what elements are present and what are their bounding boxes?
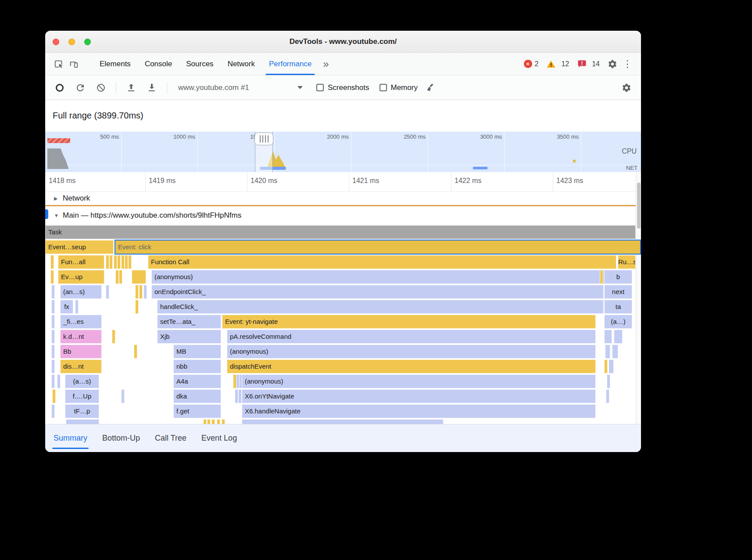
flame-sliver[interactable] bbox=[203, 419, 207, 424]
flame-bar[interactable]: handleClick_ bbox=[157, 300, 604, 314]
flame-sliver[interactable] bbox=[135, 300, 139, 314]
flame-sliver[interactable] bbox=[66, 419, 99, 424]
flame-sliver[interactable] bbox=[52, 389, 56, 403]
flame-sliver[interactable] bbox=[135, 285, 139, 299]
flame-bar[interactable]: Event…seup bbox=[45, 240, 114, 254]
capture-settings-gear-icon[interactable] bbox=[619, 80, 634, 95]
more-tabs-icon[interactable]: » bbox=[319, 54, 333, 75]
flame-sliver[interactable] bbox=[106, 285, 109, 299]
flame-bar[interactable]: ta bbox=[604, 300, 632, 314]
flame-bar[interactable]: X6.handleNavigate bbox=[242, 404, 596, 418]
issue-count[interactable]: 14 bbox=[592, 60, 600, 68]
flame-bar[interactable]: dispatchEvent bbox=[227, 359, 596, 373]
kebab-menu-icon[interactable]: ⋮ bbox=[620, 57, 635, 72]
flame-sliver[interactable] bbox=[217, 419, 220, 424]
flame-sliver[interactable] bbox=[128, 255, 132, 269]
flame-sliver[interactable] bbox=[50, 255, 54, 269]
flame-sliver[interactable] bbox=[117, 255, 121, 269]
flame-sliver[interactable] bbox=[609, 359, 614, 373]
inspect-element-icon[interactable] bbox=[51, 57, 66, 72]
flame-sliver[interactable] bbox=[604, 330, 612, 344]
error-icon[interactable]: × bbox=[524, 60, 532, 68]
error-count[interactable]: 2 bbox=[535, 60, 539, 68]
flame-sliver[interactable] bbox=[132, 270, 146, 284]
timeline-overview[interactable]: 500 ms1000 ms1500 ms2000 ms2500 ms3000 m… bbox=[45, 132, 641, 172]
flame-sliver[interactable] bbox=[242, 419, 444, 424]
settings-gear-icon[interactable] bbox=[605, 57, 620, 72]
flame-bar[interactable]: (a…) bbox=[604, 315, 632, 329]
reload-and-record-button[interactable] bbox=[73, 80, 88, 95]
flame-sliver[interactable] bbox=[606, 389, 609, 403]
flame-bar[interactable]: onEndpointClick_ bbox=[151, 285, 604, 299]
flame-bar[interactable]: dka bbox=[173, 389, 221, 403]
flame-bar[interactable]: _fi…es bbox=[60, 315, 102, 329]
flame-bar[interactable]: fx bbox=[60, 300, 73, 314]
clear-recording-button[interactable] bbox=[93, 80, 108, 95]
tab-elements[interactable]: Elements bbox=[93, 53, 138, 75]
tab-performance[interactable]: Performance bbox=[262, 53, 319, 75]
flame-sliver[interactable] bbox=[121, 389, 125, 403]
flame-bar[interactable]: Ru…s bbox=[618, 255, 636, 269]
flame-bar[interactable]: X6.onYtNavigate bbox=[242, 389, 596, 403]
flame-sliver[interactable] bbox=[51, 315, 55, 329]
flame-sliver[interactable] bbox=[604, 359, 608, 373]
memory-checkbox[interactable]: Memory bbox=[380, 83, 418, 92]
flame-sliver[interactable] bbox=[51, 300, 55, 314]
flame-sliver[interactable] bbox=[125, 255, 128, 269]
flame-sliver[interactable] bbox=[605, 345, 610, 359]
overview-selection-handle[interactable] bbox=[254, 133, 273, 145]
checkbox-box[interactable] bbox=[316, 84, 324, 91]
flame-bar[interactable]: Task bbox=[45, 225, 636, 239]
flame-bar[interactable]: (anonymous) bbox=[242, 374, 596, 388]
flame-sliver[interactable] bbox=[51, 345, 55, 359]
maximize-button[interactable] bbox=[84, 39, 91, 45]
main-track-header[interactable]: ▼ Main — https://www.youtube.com/shorts/… bbox=[45, 206, 641, 225]
warning-count[interactable]: 12 bbox=[561, 60, 569, 68]
flame-bar[interactable]: Xjb bbox=[157, 330, 221, 344]
flame-sliver[interactable] bbox=[75, 300, 79, 314]
flame-sliver[interactable] bbox=[57, 374, 61, 388]
tab-network[interactable]: Network bbox=[221, 53, 262, 75]
checkbox-box[interactable] bbox=[380, 84, 387, 91]
flame-sliver[interactable] bbox=[50, 270, 54, 284]
flame-bar[interactable]: (an…s) bbox=[60, 285, 102, 299]
flame-sliver[interactable] bbox=[106, 255, 109, 269]
flame-sliver[interactable] bbox=[112, 330, 115, 344]
titlebar[interactable]: DevTools - www.youtube.com/ bbox=[45, 31, 641, 53]
flame-sliver[interactable] bbox=[222, 419, 225, 424]
save-profile-icon[interactable] bbox=[144, 80, 159, 95]
flame-bar[interactable]: dis…nt bbox=[60, 359, 102, 373]
record-button[interactable] bbox=[52, 80, 67, 95]
device-toolbar-icon[interactable] bbox=[66, 57, 81, 72]
flame-bar[interactable]: (a…s) bbox=[65, 374, 99, 388]
flame-bar[interactable]: (anonymous) bbox=[151, 270, 616, 284]
flame-bar[interactable]: tF…p bbox=[65, 404, 99, 418]
flame-bar[interactable]: f.…Up bbox=[65, 389, 99, 403]
flame-bar[interactable]: A4a bbox=[173, 374, 221, 388]
flame-sliver[interactable] bbox=[134, 345, 137, 359]
flame-sliver[interactable] bbox=[115, 270, 119, 284]
flame-sliver[interactable] bbox=[235, 389, 238, 403]
flame-sliver[interactable] bbox=[207, 419, 211, 424]
history-dropdown[interactable]: www.youtube.com #1 bbox=[175, 83, 306, 92]
minimize-button[interactable] bbox=[68, 39, 75, 45]
flame-sliver[interactable] bbox=[143, 285, 147, 299]
tab-sources[interactable]: Sources bbox=[179, 53, 220, 75]
vertical-scrollbar[interactable] bbox=[636, 172, 641, 424]
flame-sliver[interactable] bbox=[51, 374, 55, 388]
flame-bar[interactable]: pA.resolveCommand bbox=[227, 330, 596, 344]
flame-bar[interactable]: Event: click bbox=[115, 240, 641, 255]
details-tab-summary[interactable]: Summary bbox=[46, 424, 95, 452]
flame-sliver[interactable] bbox=[614, 330, 623, 344]
flame-bar[interactable]: f.get bbox=[173, 404, 221, 418]
flame-sliver[interactable] bbox=[114, 255, 117, 269]
issues-icon[interactable] bbox=[574, 57, 589, 72]
flame-sliver[interactable] bbox=[51, 330, 55, 344]
flame-bar[interactable]: k.d…nt bbox=[60, 330, 102, 344]
flame-bar[interactable]: setTe…ata_ bbox=[157, 315, 221, 329]
scrollbar-thumb[interactable] bbox=[637, 183, 641, 229]
flame-sliver[interactable] bbox=[109, 255, 113, 269]
flame-bar[interactable]: Event: yt-navigate bbox=[222, 315, 596, 329]
warning-icon[interactable] bbox=[544, 57, 559, 72]
flame-bar[interactable]: Ev…up bbox=[58, 270, 104, 284]
